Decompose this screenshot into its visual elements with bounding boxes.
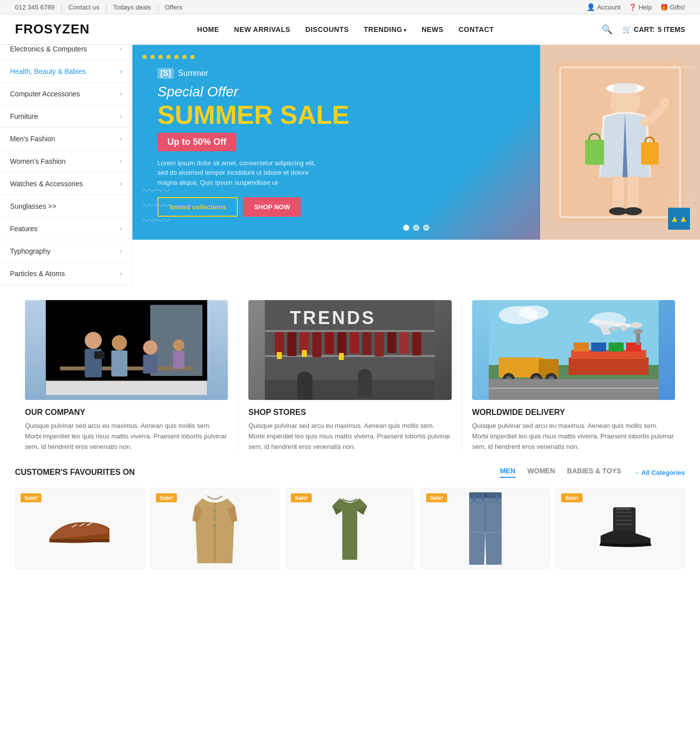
carousel-dot-3[interactable]: [423, 225, 429, 231]
search-button[interactable]: 🔍: [602, 24, 613, 35]
product-card-4[interactable]: Sale!: [421, 488, 550, 569]
product-shoe-brown-illustration: [44, 508, 114, 548]
product-card-5[interactable]: Sale!: [556, 488, 685, 569]
product-shirt-tan-illustration: [192, 493, 237, 563]
all-categories-link[interactable]: → All Categories: [633, 469, 685, 476]
svg-rect-26: [265, 330, 435, 332]
sidebar-item-particles-atoms[interactable]: Particles & Atoms ›: [0, 263, 132, 285]
hero-brand: [S] Summer: [157, 68, 515, 79]
info-image-delivery: [472, 300, 675, 400]
sidebar-item-computer-accessories[interactable]: Computer Accessories ›: [0, 83, 132, 105]
nav-contact[interactable]: CONTACT: [459, 25, 494, 33]
sidebar-item-label: Health, Beauty & Babies: [10, 67, 86, 75]
product-image-1: Sale!: [15, 488, 144, 568]
svg-rect-5: [585, 140, 604, 165]
product-card-1[interactable]: Sale!: [15, 488, 144, 569]
info-card-our-company: OUR COMPANY Quisque pulvinar sed arcu eu…: [15, 300, 238, 452]
nav-trending[interactable]: TRENDING: [364, 25, 407, 33]
nav-new-arrivals[interactable]: NEW ARRIVALS: [234, 25, 291, 33]
svg-rect-33: [337, 332, 346, 356]
hero-woman-illustration: [555, 62, 685, 222]
sidebar-item-label: Watches & Accessories: [10, 180, 83, 188]
help-icon: [629, 3, 637, 11]
info-card-shop-stores: TRENDS SHOP STORES Quisque pulvinar sed …: [238, 300, 461, 452]
sidebar-item-electronics[interactable]: Electronics & Computers ›: [0, 45, 132, 60]
sidebar-item-watches-accessories[interactable]: Watches & Accessories ›: [0, 173, 132, 195]
contact-us-link[interactable]: Contact us: [68, 3, 99, 11]
svg-rect-64: [489, 379, 659, 400]
hero-brand-name: Summer: [178, 69, 208, 78]
info-image-trends: TRENDS: [248, 300, 451, 400]
top-bar-left: 012 345 6789 | Contact us | Todays deals…: [15, 3, 182, 11]
sidebar-item-furniture[interactable]: Furniture ›: [0, 105, 132, 128]
tab-women[interactable]: WOMEN: [528, 467, 555, 478]
svg-rect-41: [277, 352, 282, 359]
main-nav: HOME NEW ARRIVALS DISCOUNTS TRENDING NEW…: [197, 25, 494, 33]
svg-rect-44: [265, 380, 435, 400]
todays-deals-link[interactable]: Todays deals: [113, 3, 151, 11]
svg-point-51: [519, 306, 549, 320]
carousel-dot-2[interactable]: [413, 225, 419, 231]
scroll-top-button[interactable]: ▲▲: [668, 208, 690, 230]
nav-discounts[interactable]: DISCOUNTS: [305, 25, 349, 33]
hero-summer-sale: SUMMER SALE: [157, 102, 515, 128]
tab-men[interactable]: MEN: [500, 467, 515, 478]
limited-collections-button[interactable]: limited collections: [157, 197, 238, 217]
sidebar-item-label: Typhography: [10, 247, 50, 255]
nav-home[interactable]: HOME: [197, 25, 219, 33]
sale-badge-5: Sale!: [561, 493, 582, 502]
product-card-2[interactable]: Sale!: [150, 488, 280, 569]
cart-count: 5 ITEMS: [658, 25, 685, 33]
gifts-link[interactable]: Gifts!: [660, 3, 685, 11]
cart-label: CART:: [634, 25, 655, 33]
help-link[interactable]: Help: [629, 3, 652, 11]
svg-rect-37: [387, 332, 396, 353]
svg-rect-66: [569, 358, 649, 375]
svg-rect-17: [94, 352, 105, 359]
header-actions: 🔍 🛒 CART: 5 ITEMS: [602, 24, 685, 35]
sidebar-item-health-beauty[interactable]: Health, Beauty & Babies ›: [0, 60, 132, 83]
svg-rect-42: [302, 350, 307, 357]
svg-rect-28: [275, 332, 284, 355]
svg-rect-84: [482, 494, 484, 501]
favourites-tabs: MEN WOMEN BABIES & TOYS → All Categories: [500, 467, 685, 478]
account-link[interactable]: Account: [587, 3, 621, 11]
sale-badge-1: Sale!: [20, 493, 41, 502]
carousel-dot-1[interactable]: [403, 225, 409, 231]
sidebar-item-womens-fashion[interactable]: Women's Fashion ›: [0, 150, 132, 173]
logo[interactable]: FROSYZEN: [15, 21, 90, 37]
arrow-icon: ›: [120, 113, 122, 120]
sidebar-item-sunglasses[interactable]: Sunglasses >>: [0, 195, 132, 218]
svg-rect-7: [613, 176, 624, 211]
svg-point-53: [630, 322, 642, 328]
arrow-icon: ›: [120, 158, 122, 165]
info-sections: OUR COMPANY Quisque pulvinar sed arcu eu…: [0, 300, 700, 452]
arrow-icon: ›: [120, 270, 122, 277]
office-scene-illustration: [25, 300, 228, 395]
hero-content: [S] Summer Special Offer SUMMER SALE Up …: [132, 45, 540, 240]
svg-rect-4: [613, 83, 638, 93]
sale-badge-3: Sale!: [291, 493, 312, 502]
sidebar-item-typography[interactable]: Typhography ›: [0, 240, 132, 263]
svg-rect-23: [173, 351, 184, 369]
hero-description: Lorem ipsum dolor sit amet, consectetur …: [157, 158, 317, 188]
nav-news[interactable]: NEWS: [422, 25, 444, 33]
sidebar-item-features[interactable]: Features ›: [0, 218, 132, 240]
top-bar-right: Account Help Gifts!: [587, 3, 685, 11]
info-card-desc-our-company: Quisque pulvinar sed arcu eu maximus. Ae…: [25, 421, 228, 452]
sidebar-item-label: Women's Fashion: [10, 157, 65, 165]
product-jeans-illustration: [467, 492, 504, 565]
info-image-office: [25, 300, 228, 400]
header: FROSYZEN HOME NEW ARRIVALS DISCOUNTS TRE…: [0, 14, 700, 45]
info-card-desc-shop-stores: Quisque pulvinar sed arcu eu maximus. Ae…: [248, 421, 451, 452]
svg-rect-30: [300, 332, 309, 353]
svg-rect-87: [613, 507, 636, 535]
shop-now-button[interactable]: SHOP NOW: [243, 197, 301, 217]
product-card-3[interactable]: Sale!: [285, 488, 415, 569]
cart-button[interactable]: 🛒 CART: 5 ITEMS: [623, 25, 685, 33]
arrow-icon: ›: [120, 68, 122, 75]
sidebar-item-mens-fashion[interactable]: Men's Fashion ›: [0, 128, 132, 150]
offers-link[interactable]: Offers: [165, 3, 182, 11]
svg-rect-43: [339, 353, 344, 360]
tab-babies-toys[interactable]: BABIES & TOYS: [567, 467, 622, 478]
